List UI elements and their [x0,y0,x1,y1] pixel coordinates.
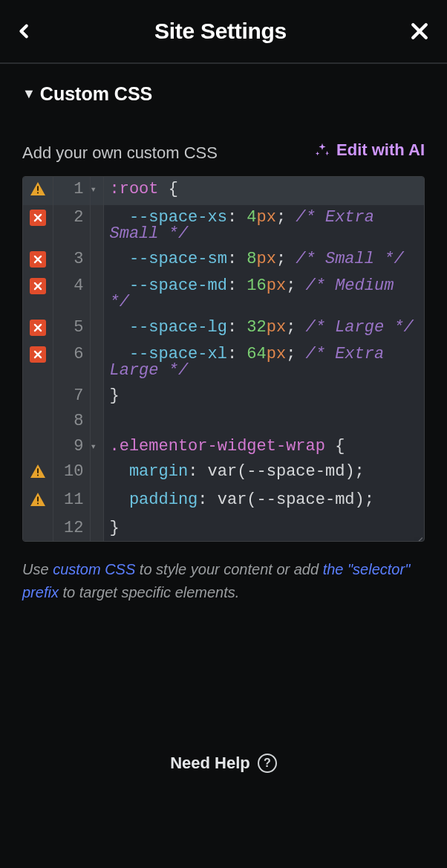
line-number: 1 [53,177,90,205]
line-number: 12 [53,516,90,541]
line-number: 11 [53,488,90,516]
close-button[interactable] [408,20,431,42]
line-number: 8 [53,409,90,434]
error-icon [30,210,46,226]
code-content[interactable]: margin: var(--space-md); [103,459,424,488]
code-content[interactable]: --space-xs: 4px; /* Extra Small */ [103,205,424,247]
content-area: ▼ Custom CSS Add your own custom CSS Edi… [0,64,447,604]
gutter-marker [23,383,53,409]
warning-icon [30,464,46,479]
code-line[interactable]: 10 margin: var(--space-md); [23,459,424,488]
chevron-left-icon [16,19,33,44]
fold-toggle[interactable]: ▾ [90,177,103,205]
section-toggle-custom-css[interactable]: ▼ Custom CSS [22,83,425,105]
code-line[interactable]: 8 [23,409,424,434]
gutter-marker [23,434,53,459]
help-icon: ? [258,754,277,773]
code-content[interactable]: :root { [103,177,424,205]
fold-toggle [90,205,103,247]
back-button[interactable] [16,19,33,44]
fold-toggle[interactable]: ▾ [90,434,103,459]
fold-toggle [90,273,103,315]
fold-toggle [90,247,103,273]
code-line[interactable]: 7} [23,383,424,409]
line-number: 9 [53,434,90,459]
fold-toggle [90,315,103,342]
page-title: Site Settings [154,19,287,44]
code-content[interactable]: .elementor-widget-wrap { [103,434,424,459]
caret-down-icon: ▼ [22,87,36,100]
code-content[interactable]: --space-md: 16px; /* Medium */ [103,273,424,315]
gutter-marker [23,315,53,342]
gutter-marker [23,516,53,541]
code-content[interactable]: } [103,516,424,541]
line-number: 6 [53,342,90,383]
warning-icon [30,181,46,196]
svg-rect-2 [37,186,39,190]
fold-toggle [90,342,103,383]
gutter-marker [23,247,53,273]
need-help-button[interactable]: Need Help ? [170,754,277,773]
line-number: 5 [53,315,90,342]
custom-css-help-text: Use custom CSS to style your content or … [22,558,425,604]
code-content[interactable] [103,409,424,434]
need-help-label: Need Help [170,754,250,773]
code-content[interactable]: --space-lg: 32px; /* Large */ [103,315,424,342]
code-line[interactable]: 4 --space-md: 16px; /* Medium */ [23,273,424,315]
code-line[interactable]: 6 --space-xl: 64px; /* Extra Large */ [23,342,424,383]
custom-css-link[interactable]: custom CSS [53,561,135,577]
svg-rect-16 [37,496,39,501]
code-line[interactable]: 2 --space-xs: 4px; /* Extra Small */ [23,205,424,247]
custom-css-label: Add your own custom CSS [22,143,218,163]
need-help-row: Need Help ? [0,754,447,773]
fold-toggle [90,383,103,409]
code-line[interactable]: 3 --space-sm: 8px; /* Small */ [23,247,424,273]
line-number: 3 [53,247,90,273]
sparkle-icon [314,142,330,158]
warning-icon [30,492,46,507]
code-content[interactable]: } [103,383,424,409]
svg-rect-14 [37,468,39,473]
line-number: 7 [53,383,90,409]
line-number: 4 [53,273,90,315]
svg-rect-17 [37,503,39,505]
edit-with-ai-label: Edit with AI [336,140,425,160]
edit-with-ai-button[interactable]: Edit with AI [314,140,425,160]
gutter-marker [23,459,53,488]
error-icon [30,251,46,268]
line-number: 2 [53,205,90,247]
fold-toggle [90,488,103,516]
svg-rect-15 [37,475,39,476]
code-line[interactable]: 5 --space-lg: 32px; /* Large */ [23,315,424,342]
editor-resize-handle[interactable] [412,529,422,540]
code-line[interactable]: 11 padding: var(--space-md); [23,488,424,516]
fold-toggle [90,459,103,488]
gutter-marker [23,273,53,315]
fold-toggle [90,409,103,434]
code-line[interactable]: 9▾.elementor-widget-wrap { [23,434,424,459]
gutter-marker [23,488,53,516]
custom-css-subheader: Add your own custom CSS Edit with AI [22,140,425,163]
css-code-editor[interactable]: 1▾:root {2 --space-xs: 4px; /* Extra Sma… [22,176,425,542]
section-title: Custom CSS [40,83,152,105]
error-icon [30,320,46,336]
gutter-marker [23,177,53,205]
error-icon [30,346,46,363]
code-content[interactable]: --space-sm: 8px; /* Small */ [103,247,424,273]
code-content[interactable]: padding: var(--space-md); [103,488,424,516]
code-line[interactable]: 1▾:root { [23,177,424,205]
svg-rect-3 [37,192,39,194]
gutter-marker [23,205,53,247]
page-header: Site Settings [0,0,447,64]
close-icon [408,20,431,42]
gutter-marker [23,409,53,434]
fold-toggle [90,516,103,541]
line-number: 10 [53,459,90,488]
error-icon [30,278,46,294]
gutter-marker [23,342,53,383]
code-content[interactable]: --space-xl: 64px; /* Extra Large */ [103,342,424,383]
code-line[interactable]: 12} [23,516,424,541]
